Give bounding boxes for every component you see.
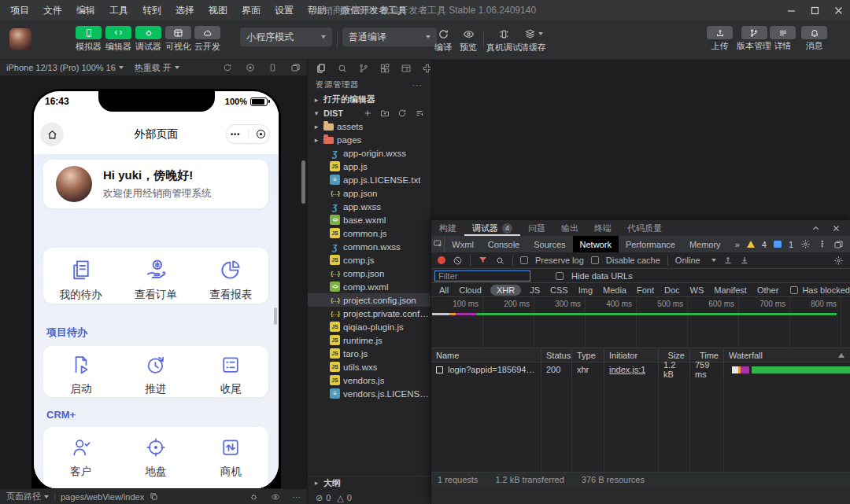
quick-action-todo[interactable]: 我的待办 [43, 258, 118, 304]
resource-filter-chip[interactable]: Manifest [712, 285, 748, 296]
resource-filter-chip[interactable]: Media [601, 285, 628, 296]
new-folder-icon[interactable] [380, 109, 390, 118]
file-row[interactable]: vendors.js.LICENSE.txt [308, 387, 431, 400]
sim-record-icon[interactable] [246, 63, 255, 72]
folder-row[interactable]: ▸ pages [308, 133, 431, 146]
resource-filter-chip[interactable]: XHR [490, 285, 521, 296]
mode-select[interactable]: 小程序模式 [240, 28, 332, 46]
file-row[interactable]: comp.js [308, 253, 431, 267]
devtools-tab[interactable]: Performance [619, 236, 682, 252]
menu-item[interactable]: 界面 [235, 0, 268, 20]
file-row[interactable]: project.private.config.js... [308, 307, 431, 320]
devtools-tab[interactable]: Wxml [445, 236, 481, 252]
file-row[interactable]: vendors.js [308, 373, 431, 387]
source-control-icon[interactable] [358, 63, 369, 74]
menu-item[interactable]: 转到 [135, 0, 168, 20]
panel-tab[interactable]: 问题 [520, 220, 553, 236]
devtools-tab[interactable]: Console [481, 236, 527, 252]
window-preview-icon[interactable] [401, 63, 412, 74]
copy-path-icon[interactable] [150, 492, 158, 501]
simulator-toggle-button[interactable]: 模拟器 [76, 26, 102, 53]
remote-debug-button[interactable]: 真机调试 [486, 27, 521, 53]
open-editors-row[interactable]: ▸ 打开的编辑器 [308, 93, 431, 106]
menu-item[interactable]: 项目 [3, 0, 36, 20]
menu-item[interactable]: 文件 [36, 0, 69, 20]
file-row[interactable]: app.js.LICENSE.txt [308, 173, 431, 186]
new-file-icon[interactable] [363, 109, 372, 118]
panel-tab[interactable]: 构建 [431, 220, 464, 236]
request-row[interactable]: login?appid=18569470581... 200 xhr index… [431, 362, 850, 377]
project-push-item[interactable]: 推进 [118, 354, 193, 397]
quick-action-orders[interactable]: 查看订单 [118, 258, 193, 304]
file-row[interactable]: app.json [308, 186, 431, 200]
file-row[interactable]: common.wxss [308, 240, 431, 253]
page-preview-eye-icon[interactable] [270, 492, 281, 502]
collapse-panel-icon[interactable] [811, 224, 820, 233]
resource-filter-chip[interactable]: WS [689, 285, 706, 296]
close-button[interactable] [826, 0, 850, 20]
panel-tab[interactable]: 输出 [553, 220, 586, 236]
sim-device-frame-icon[interactable] [268, 63, 277, 72]
capsule-close-icon[interactable] [257, 130, 265, 138]
throttling-select[interactable]: Online [675, 256, 716, 265]
visualizer-toggle-button[interactable]: 可视化 [165, 26, 191, 53]
network-settings-gear-icon[interactable] [833, 256, 844, 266]
preview-button[interactable]: 预览 [460, 27, 477, 53]
menu-item[interactable]: 工具 [102, 0, 135, 20]
minimize-button[interactable] [779, 0, 803, 20]
column-type[interactable]: Type [571, 348, 604, 362]
devtools-tab[interactable]: Network [573, 236, 619, 252]
column-name[interactable]: Name [431, 348, 541, 362]
clear-network-icon[interactable] [453, 256, 463, 266]
disable-cache-checkbox[interactable] [591, 256, 599, 264]
phone-scrollbar[interactable] [274, 307, 277, 325]
page-debug-icon[interactable] [249, 492, 259, 502]
page-path-select[interactable]: 页面路径 [6, 491, 49, 502]
editor-toggle-button[interactable]: 编辑器 [105, 26, 131, 53]
column-waterfall[interactable]: Waterfall [723, 348, 850, 362]
file-row[interactable]: base.wxml [308, 213, 431, 226]
menu-item[interactable]: 微信开发者工具 [334, 0, 414, 20]
resource-filter-chip[interactable]: Font [635, 285, 656, 296]
panel-tab[interactable]: 终端 [586, 220, 619, 236]
file-row[interactable]: common.js [308, 226, 431, 240]
project-finish-item[interactable]: 收尾 [194, 354, 268, 397]
explorer-more-icon[interactable]: ··· [412, 80, 423, 90]
refresh-tree-icon[interactable] [397, 109, 407, 118]
resource-filter-chip[interactable]: Doc [663, 285, 682, 296]
record-network-icon[interactable] [438, 256, 445, 264]
preserve-log-checkbox[interactable] [520, 256, 528, 264]
devtools-more-dots-icon[interactable]: ⋮ [818, 239, 826, 249]
compile-button[interactable]: 编译 [434, 27, 452, 53]
debugger-toggle-button[interactable]: 调试器 [135, 26, 161, 53]
problems-status[interactable]: ⊘ 0 △ 0 [308, 491, 431, 504]
details-button[interactable]: 详情 [770, 26, 796, 52]
maximize-button[interactable] [803, 0, 826, 20]
messages-button[interactable]: 消息 [801, 26, 827, 52]
crm-territory-item[interactable]: 地盘 [118, 436, 193, 479]
more-dots-icon[interactable]: ••• [231, 131, 240, 138]
compile-mode-select[interactable]: 普通编译 [342, 28, 437, 46]
menu-item[interactable]: 帮助 [301, 0, 334, 20]
info-bubble-icon[interactable] [774, 241, 782, 248]
menu-item[interactable]: 编辑 [69, 0, 102, 20]
menu-item[interactable]: 设置 [268, 0, 301, 20]
search-icon[interactable] [337, 63, 348, 74]
network-timeline-overview[interactable]: 100 ms200 ms300 ms400 ms500 ms600 ms700 … [431, 297, 850, 348]
warning-triangle-icon[interactable] [747, 241, 755, 248]
crm-customer-item[interactable]: 客户 [43, 436, 118, 479]
resource-filter-chip[interactable]: All [438, 285, 450, 296]
export-har-icon[interactable] [740, 256, 749, 265]
filter-input[interactable] [434, 270, 530, 281]
resource-filter-chip[interactable]: Other [756, 285, 781, 296]
simulator-scrollbar[interactable] [301, 160, 305, 204]
file-row[interactable]: app.js [308, 160, 431, 173]
request-name[interactable]: login?appid=18569470581... [448, 365, 536, 374]
devtools-tab[interactable]: Memory [682, 236, 728, 252]
resource-filter-chip[interactable]: Cloud [457, 285, 483, 296]
page-more-icon[interactable]: ··· [292, 492, 301, 502]
close-panel-icon[interactable] [832, 224, 841, 233]
panel-tab[interactable]: 代码质量 [619, 220, 670, 236]
file-row[interactable]: app.wxss [308, 200, 431, 213]
menu-item[interactable]: 选择 [168, 0, 201, 20]
